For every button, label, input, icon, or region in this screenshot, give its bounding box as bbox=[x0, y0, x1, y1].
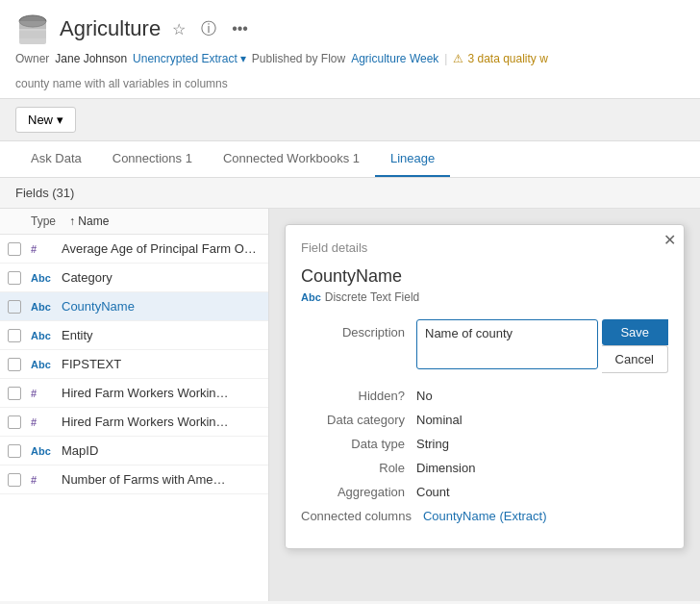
hidden-row: Hidden? No bbox=[301, 389, 668, 403]
row-checkbox[interactable] bbox=[8, 329, 21, 342]
type-icon: Abc bbox=[301, 291, 321, 303]
close-button[interactable]: ✕ bbox=[663, 233, 676, 248]
role-row: Role Dimension bbox=[301, 461, 668, 475]
field-name: Category bbox=[62, 270, 112, 285]
description-label: Description bbox=[301, 319, 416, 340]
row-checkbox[interactable] bbox=[8, 415, 21, 429]
save-button[interactable]: Save bbox=[602, 319, 668, 345]
field-type: # bbox=[31, 388, 62, 399]
quality-label: 3 data quality w bbox=[467, 52, 547, 65]
svg-rect-4 bbox=[19, 31, 46, 38]
data-type-value: String bbox=[416, 437, 449, 451]
role-label: Role bbox=[301, 461, 416, 475]
fields-table: Type ↑ Name # Average Age of Principal F… bbox=[0, 209, 269, 601]
table-header: Type ↑ Name bbox=[0, 209, 268, 235]
field-type: # bbox=[31, 416, 62, 428]
fields-header: Fields (31) bbox=[0, 178, 700, 209]
row-checkbox[interactable] bbox=[8, 444, 21, 458]
owner-label: Owner bbox=[15, 52, 49, 65]
data-type-row: Data type String bbox=[301, 437, 668, 451]
field-name: MapID bbox=[62, 443, 98, 458]
field-type: Abc bbox=[31, 359, 62, 370]
datasource-icon bbox=[15, 12, 50, 46]
warning-icon: ⚠ bbox=[453, 52, 463, 65]
field-name: Number of Farms with Ame… bbox=[62, 472, 226, 487]
toolbar: New ▾ bbox=[0, 99, 700, 141]
new-arrow: ▾ bbox=[57, 113, 63, 127]
role-value: Dimension bbox=[416, 461, 475, 475]
field-type: # bbox=[31, 474, 62, 486]
title-area: Agriculture ☆ ⓘ ••• bbox=[60, 16, 252, 41]
table-row[interactable]: Abc MapID bbox=[0, 437, 268, 466]
tab-ask-data[interactable]: Ask Data bbox=[15, 141, 97, 177]
owner-name: Jane Johnson bbox=[55, 52, 127, 65]
description-input-area bbox=[416, 319, 598, 372]
table-row[interactable]: # Hired Farm Workers Workin… bbox=[0, 379, 268, 408]
quality-badge: ⚠ 3 data quality w bbox=[453, 52, 547, 65]
field-detail-name: CountyName bbox=[301, 266, 668, 287]
page-header: Agriculture ☆ ⓘ ••• Owner Jane Johnson U… bbox=[0, 0, 700, 99]
field-type-label: Abc Discrete Text Field bbox=[301, 290, 668, 304]
flow-link[interactable]: Agriculture Week bbox=[351, 52, 438, 65]
table-row[interactable]: Abc CountyName bbox=[0, 292, 268, 321]
row-checkbox[interactable] bbox=[8, 387, 21, 400]
table-row[interactable]: # Hired Farm Workers Workin… bbox=[0, 408, 268, 437]
new-button[interactable]: New ▾ bbox=[15, 107, 76, 133]
row-checkbox[interactable] bbox=[8, 300, 21, 314]
right-panel: ✕ Field details CountyName Abc Discrete … bbox=[269, 209, 700, 601]
type-text: Discrete Text Field bbox=[325, 290, 419, 304]
field-type: Abc bbox=[31, 301, 62, 313]
extract-arrow: ▾ bbox=[240, 52, 246, 65]
row-checkbox[interactable] bbox=[8, 473, 21, 487]
table-row[interactable]: # Number of Farms with Ame… bbox=[0, 466, 268, 494]
tab-connections[interactable]: Connections 1 bbox=[97, 141, 208, 177]
connected-columns-row: Connected columns CountyName (Extract) bbox=[301, 509, 668, 523]
data-category-value: Nominal bbox=[416, 413, 462, 427]
field-name: FIPSTEXT bbox=[62, 357, 121, 371]
connected-columns-label: Connected columns bbox=[301, 509, 423, 523]
table-row[interactable]: Abc FIPSTEXT bbox=[0, 350, 268, 379]
extract-badge[interactable]: Unencrypted Extract ▾ bbox=[133, 52, 246, 65]
subtitle: county name with all variables in column… bbox=[15, 73, 685, 98]
field-type: Abc bbox=[31, 272, 62, 284]
row-checkbox[interactable] bbox=[8, 271, 21, 285]
field-name: Hired Farm Workers Workin… bbox=[62, 386, 229, 400]
main-content: Type ↑ Name # Average Age of Principal F… bbox=[0, 209, 700, 601]
row-checkbox[interactable] bbox=[8, 242, 21, 256]
data-category-label: Data category bbox=[301, 413, 416, 427]
description-row: Description Save Cancel bbox=[301, 319, 668, 373]
field-name: Average Age of Principal Farm Operators:… bbox=[62, 241, 261, 256]
connected-columns-value[interactable]: CountyName (Extract) bbox=[423, 509, 547, 523]
published-by: Published by Flow bbox=[252, 52, 345, 65]
svg-rect-3 bbox=[19, 21, 46, 29]
hidden-label: Hidden? bbox=[301, 389, 416, 403]
field-type: # bbox=[31, 243, 62, 255]
new-label: New bbox=[28, 113, 53, 127]
table-row[interactable]: # Average Age of Principal Farm Operator… bbox=[0, 235, 268, 264]
tab-connected-workbooks[interactable]: Connected Workbooks 1 bbox=[208, 141, 375, 177]
header-top: Agriculture ☆ ⓘ ••• bbox=[15, 12, 685, 46]
info-button[interactable]: ⓘ bbox=[197, 17, 220, 41]
data-type-label: Data type bbox=[301, 437, 416, 451]
row-checkbox[interactable] bbox=[8, 358, 21, 371]
tab-lineage[interactable]: Lineage bbox=[375, 141, 450, 177]
data-category-row: Data category Nominal bbox=[301, 413, 668, 427]
fields-count: Fields (31) bbox=[15, 186, 74, 200]
aggregation-label: Aggregation bbox=[301, 485, 416, 499]
field-type: Abc bbox=[31, 330, 62, 341]
aggregation-row: Aggregation Count bbox=[301, 485, 668, 499]
owner-line: Owner Jane Johnson Unencrypted Extract ▾… bbox=[15, 52, 685, 65]
aggregation-value: Count bbox=[416, 485, 450, 499]
field-name: Entity bbox=[62, 328, 93, 342]
table-row[interactable]: Abc Entity bbox=[0, 321, 268, 350]
table-row[interactable]: Abc Category bbox=[0, 264, 268, 292]
panel-title: Field details bbox=[301, 240, 668, 255]
hidden-value: No bbox=[416, 389, 433, 403]
cancel-button[interactable]: Cancel bbox=[602, 345, 668, 373]
star-button[interactable]: ☆ bbox=[168, 18, 189, 40]
type-header: Type bbox=[31, 214, 69, 228]
description-input[interactable] bbox=[416, 319, 598, 369]
field-name: Hired Farm Workers Workin… bbox=[62, 415, 229, 429]
close-icon: ✕ bbox=[663, 232, 676, 248]
more-button[interactable]: ••• bbox=[228, 18, 252, 39]
